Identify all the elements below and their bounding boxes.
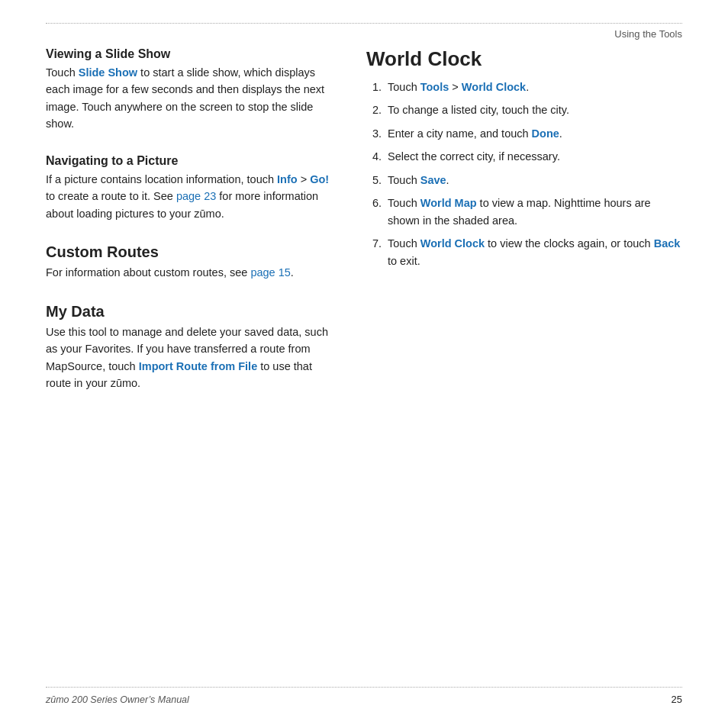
header-rule xyxy=(46,23,682,24)
step-5-num: 5. xyxy=(366,172,382,188)
slide-show-heading: Viewing a Slide Show xyxy=(46,47,336,61)
section-custom-routes: Custom Routes For information about cust… xyxy=(46,243,336,281)
step-7-text: Touch World Clock to view the clocks aga… xyxy=(388,235,682,269)
step-2-text: To change a listed city, touch the city. xyxy=(388,101,682,118)
custom-routes-heading: Custom Routes xyxy=(46,243,336,261)
step-4-text: Select the correct city, if necessary. xyxy=(388,148,682,165)
world-clock-link-2[interactable]: World Clock xyxy=(420,237,485,250)
step-1-text: Touch Tools > World Clock. xyxy=(388,79,682,95)
right-column: World Clock 1. Touch Tools > World Clock… xyxy=(366,47,682,414)
section-slide-show: Viewing a Slide Show Touch Slide Show to… xyxy=(46,47,336,133)
page-container: Using the Tools Viewing a Slide Show Tou… xyxy=(0,0,728,728)
world-map-link[interactable]: World Map xyxy=(420,197,477,209)
step-6-text: Touch World Map to view a map. Nighttime… xyxy=(388,195,682,229)
step-7-num: 7. xyxy=(366,235,382,269)
step-6-num: 6. xyxy=(366,195,382,229)
navigating-heading: Navigating to a Picture xyxy=(46,154,336,168)
step-3: 3. Enter a city name, and touch Done. xyxy=(366,125,682,142)
step-5-text: Touch Save. xyxy=(388,172,682,188)
save-link[interactable]: Save xyxy=(420,174,446,186)
step-4-num: 4. xyxy=(366,148,382,165)
world-clock-link-1[interactable]: World Clock xyxy=(462,81,526,93)
step-2-num: 2. xyxy=(366,101,382,118)
header-title: Using the Tools xyxy=(614,28,682,40)
step-7: 7. Touch World Clock to view the clocks … xyxy=(366,235,682,269)
section-navigating: Navigating to a Picture If a picture con… xyxy=(46,154,336,222)
import-route-link[interactable]: Import Route from File xyxy=(139,360,257,372)
go-link[interactable]: Go! xyxy=(310,173,329,185)
page23-link[interactable]: page 23 xyxy=(176,190,216,202)
footer-page-number: 25 xyxy=(672,694,682,705)
section-world-clock: World Clock 1. Touch Tools > World Clock… xyxy=(366,47,682,269)
step-5: 5. Touch Save. xyxy=(366,172,682,188)
info-link[interactable]: Info xyxy=(277,173,298,185)
step-1: 1. Touch Tools > World Clock. xyxy=(366,79,682,95)
step-1-num: 1. xyxy=(366,79,382,95)
tools-link[interactable]: Tools xyxy=(420,81,449,93)
custom-routes-para: For information about custom routes, see… xyxy=(46,264,336,281)
slide-show-link[interactable]: Slide Show xyxy=(79,66,137,79)
done-link[interactable]: Done xyxy=(532,127,559,140)
step-6: 6. Touch World Map to view a map. Nightt… xyxy=(366,195,682,229)
content-columns: Viewing a Slide Show Touch Slide Show to… xyxy=(46,47,682,414)
left-column: Viewing a Slide Show Touch Slide Show to… xyxy=(46,47,336,414)
my-data-heading: My Data xyxy=(46,303,336,321)
step-3-num: 3. xyxy=(366,125,382,142)
navigating-para: If a picture contains location informati… xyxy=(46,171,336,222)
header-right: Using the Tools xyxy=(46,28,682,40)
slide-show-para: Touch Slide Show to start a slide show, … xyxy=(46,64,336,133)
world-clock-steps: 1. Touch Tools > World Clock. 2. To chan… xyxy=(366,79,682,269)
page15-link[interactable]: page 15 xyxy=(250,266,290,279)
back-link[interactable]: Back xyxy=(654,237,681,250)
step-3-text: Enter a city name, and touch Done. xyxy=(388,125,682,142)
step-4: 4. Select the correct city, if necessary… xyxy=(366,148,682,165)
footer: zūmo 200 Series Owner’s Manual 25 xyxy=(46,687,682,705)
step-2: 2. To change a listed city, touch the ci… xyxy=(366,101,682,118)
world-clock-heading: World Clock xyxy=(366,47,682,71)
my-data-para: Use this tool to manage and delete your … xyxy=(46,324,336,392)
section-my-data: My Data Use this tool to manage and dele… xyxy=(46,303,336,392)
footer-title: zūmo 200 Series Owner’s Manual xyxy=(46,694,189,705)
